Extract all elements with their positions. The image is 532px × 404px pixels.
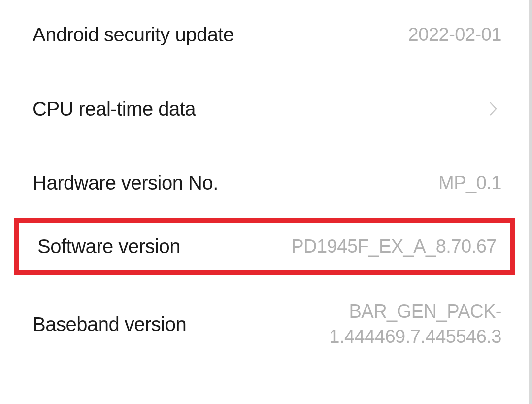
highlight-wrap: Software version PD1945F_EX_A_8.70.67 — [0, 218, 529, 275]
settings-list: Android security update 2022-02-01 CPU r… — [0, 0, 532, 404]
value-hardware-version: MP_0.1 — [438, 172, 501, 194]
row-cpu-real-time-data[interactable]: CPU real-time data — [0, 69, 529, 148]
value-android-security-update: 2022-02-01 — [408, 24, 501, 45]
row-hardware-version[interactable]: Hardware version No. MP_0.1 — [0, 148, 529, 218]
label-baseband-version: Baseband version — [33, 313, 186, 336]
label-hardware-version: Hardware version No. — [33, 172, 218, 194]
value-software-version: PD1945F_EX_A_8.70.67 — [291, 236, 497, 257]
row-baseband-version[interactable]: Baseband version BAR_GEN_PACK-1.444469.7… — [0, 275, 529, 373]
chevron-right-icon — [489, 101, 501, 117]
row-software-version[interactable]: Software version PD1945F_EX_A_8.70.67 — [14, 218, 515, 275]
label-software-version: Software version — [37, 236, 180, 258]
row-android-security-update[interactable]: Android security update 2022-02-01 — [0, 0, 529, 69]
label-cpu-real-time-data: CPU real-time data — [33, 98, 196, 120]
value-baseband-version: BAR_GEN_PACK-1.444469.7.445546.3 — [196, 299, 501, 350]
label-android-security-update: Android security update — [33, 24, 234, 46]
